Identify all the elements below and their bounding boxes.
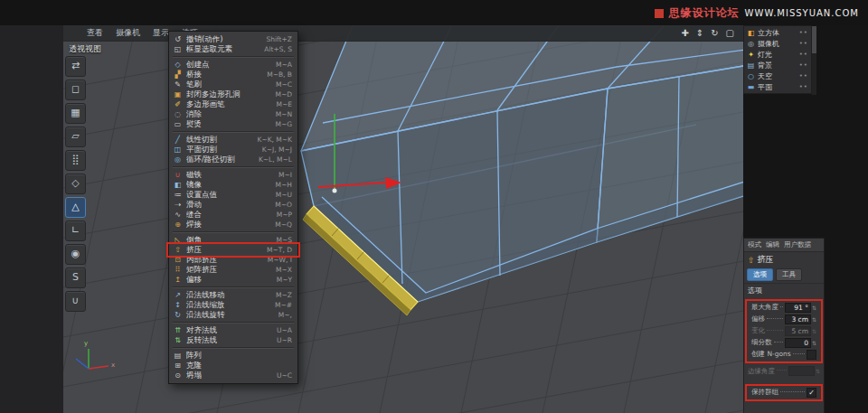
pan-view-icon[interactable]: ✚ xyxy=(681,25,688,41)
menu-item-stitch-and-sew[interactable]: ∿缝合M~P xyxy=(169,210,297,220)
attr-subtab-options[interactable]: 选项 xyxy=(747,268,773,281)
menu-item-loop-path-cut[interactable]: ◎循环/路径切割K~L, M~L xyxy=(169,155,297,164)
variance-input[interactable]: 5 cm xyxy=(785,326,811,336)
make-editable-icon[interactable]: ⇄ xyxy=(65,56,86,77)
frame-selected-icon: ◱ xyxy=(173,44,183,54)
menu-item-bridge[interactable]: ▞桥接M~B, B xyxy=(169,70,297,80)
watermark-logo-icon xyxy=(655,9,664,18)
menu-item-shortcut: M~D xyxy=(275,89,292,99)
spinner-icon[interactable]: ⇅ xyxy=(816,368,820,374)
scene-canvas[interactable]: y x xyxy=(63,25,743,413)
menu-item-brush[interactable]: ✎笔刷M~C xyxy=(169,80,297,89)
visibility-dots[interactable]: •• xyxy=(799,83,808,90)
object-row-camera[interactable]: ◎摄像机•• xyxy=(744,38,811,49)
edge-angle-input[interactable] xyxy=(788,366,815,376)
menu-item-shortcut: M~X xyxy=(276,265,292,275)
model-mode-icon[interactable]: ◻ xyxy=(65,80,86,100)
attr-tab-edit[interactable]: 编辑 xyxy=(766,240,779,249)
create-ngons-checkbox[interactable] xyxy=(807,350,816,360)
menu-item-plane-cut[interactable]: ◫平面切割K~J, M~J xyxy=(169,145,297,155)
attribute-tabs: 模式编辑用户数据 xyxy=(744,239,824,252)
visibility-dots[interactable]: •• xyxy=(799,61,808,69)
attr-tab-mode[interactable]: 模式 xyxy=(748,240,761,249)
highlight-box-preserve-groups: 保持群组✓ xyxy=(745,384,823,401)
menu-item-shortcut: U~C xyxy=(277,371,292,380)
magnet-icon[interactable]: ∪ xyxy=(65,291,86,312)
workplane-mode-icon[interactable]: ▱ xyxy=(65,127,86,147)
max-angle-input[interactable]: 91 ° xyxy=(785,303,811,313)
solo-mode-icon[interactable]: ◉ xyxy=(65,244,86,265)
menu-item-normal-scale[interactable]: ↕沿法线缩放M~# xyxy=(169,300,297,310)
plane-cut-icon: ◫ xyxy=(173,145,183,155)
edges-mode-icon[interactable]: ◇ xyxy=(65,174,86,194)
zoom-view-icon[interactable]: ⇕ xyxy=(696,25,703,41)
attr-tab-user-data[interactable]: 用户数据 xyxy=(784,240,811,249)
object-row-light[interactable]: ✦灯光•• xyxy=(744,49,811,60)
field-label: 创建 N-gons xyxy=(751,350,791,359)
rotate-view-icon[interactable]: ↻ xyxy=(711,25,718,41)
offset-input[interactable]: 3 cm xyxy=(785,314,811,324)
menu-item-shortcut: M~G xyxy=(275,119,292,129)
object-row-background[interactable]: ▤背景•• xyxy=(744,60,811,70)
object-manager-scrollbar[interactable] xyxy=(812,26,816,95)
menu-item-dissolve[interactable]: ◌消除M~N xyxy=(169,109,297,119)
field-label: 最大角度 xyxy=(751,303,778,312)
menu-item-normal-move[interactable]: ↗沿法线移动M~Z xyxy=(169,290,297,300)
watermark-site: 思缘设计论坛 xyxy=(669,5,740,21)
menu-item-frame-selected[interactable]: ◱框显选取元素Alt+S, S xyxy=(169,44,297,54)
visibility-dots[interactable]: •• xyxy=(799,72,808,80)
menu-item-set-point-value[interactable]: ≔设置点值M~U xyxy=(169,190,297,200)
menu-item-shortcut: M~Y xyxy=(277,275,292,285)
menu-item-collapse[interactable]: ⊙坍塌U~C xyxy=(169,371,297,380)
object-row-cube[interactable]: ◧立方体•• xyxy=(744,27,811,38)
left-panel-spacer xyxy=(0,25,63,413)
menu-item-smooth-shift[interactable]: ↥偏移M~Y xyxy=(169,275,297,285)
viewport-menu-view[interactable]: 查看 xyxy=(87,27,103,39)
menu-item-weld[interactable]: ⊕焊接M~Q xyxy=(169,220,297,230)
subdivision-input[interactable]: 0 xyxy=(785,338,811,348)
spinner-icon[interactable]: ⇅ xyxy=(812,305,816,311)
spinner-icon[interactable]: ⇅ xyxy=(812,340,816,346)
preserve-groups-checkbox[interactable]: ✓ xyxy=(807,388,816,398)
snap-icon[interactable]: S xyxy=(65,268,86,288)
visibility-dots[interactable]: •• xyxy=(799,29,808,36)
collapse-icon: ⊙ xyxy=(173,371,183,380)
points-mode-icon[interactable]: ⣿ xyxy=(65,150,86,171)
menu-item-label: 框显选取元素 xyxy=(186,44,259,54)
viewport-menubar: 查看摄像机显示选项 ✚⇕↻▢ xyxy=(63,25,743,42)
cinema4d-window: 思缘设计论坛 WWW.MISSYUAN.COM xyxy=(0,0,868,413)
menu-item-reverse-normals[interactable]: ⇅反转法线U~R xyxy=(169,335,297,345)
menu-item-polygon-pen[interactable]: ✐多边形画笔M~E xyxy=(169,99,297,109)
menu-item-magnet-tool[interactable]: ∪磁铁M~I xyxy=(169,170,297,180)
spinner-icon[interactable]: ⇅ xyxy=(812,316,816,323)
menu-item-slide[interactable]: ⇢滑动M~O xyxy=(169,200,297,210)
object-row-sky[interactable]: ○天空•• xyxy=(744,70,811,81)
menu-item-create-point[interactable]: ◇创建点M~A xyxy=(169,60,297,70)
attr-subtab-tool[interactable]: 工具 xyxy=(776,268,802,281)
menu-item-align-normals[interactable]: ⇈对齐法线U~A xyxy=(169,325,297,335)
polygons-mode-icon[interactable]: △ xyxy=(65,197,86,218)
menu-item-iron[interactable]: ▭熨烫M~G xyxy=(169,119,297,129)
viewport-3d[interactable]: y x 查看摄像机显示选项 ✚⇕↻▢ 透视视图 ⇄◻▦▱⣿◇△∟◉S∪ xyxy=(63,25,743,413)
menu-item-clone[interactable]: ⊞克隆 xyxy=(169,361,297,371)
spinner-icon[interactable]: ⇅ xyxy=(812,328,816,334)
menu-item-matrix-extrude[interactable]: ⠿矩阵挤压M~X xyxy=(169,265,297,275)
menu-item-line-cut[interactable]: ╱线性切割K~K, M~K xyxy=(169,135,297,145)
axis-mode-icon[interactable]: ∟ xyxy=(65,221,86,241)
viewport-menu-cameras[interactable]: 摄像机 xyxy=(116,27,140,39)
menu-item-array[interactable]: ▤阵列 xyxy=(169,351,297,361)
viewport-menu-display[interactable]: 显示 xyxy=(153,27,169,39)
visibility-dots[interactable]: •• xyxy=(799,40,808,47)
menu-item-close-polygon-hole[interactable]: ▣封闭多边形孔洞M~D xyxy=(169,89,297,99)
texture-mode-icon[interactable]: ▦ xyxy=(65,103,86,124)
menu-item-mirror[interactable]: ◧镜像M~H xyxy=(169,180,297,190)
menu-item-undo-action[interactable]: ↺撤销(动作)Shift+Z xyxy=(169,34,297,44)
visibility-dots[interactable]: •• xyxy=(799,51,808,58)
toggle-view-icon[interactable]: ▢ xyxy=(726,25,734,41)
menu-item-normal-rotate[interactable]: ↻沿法线旋转M~, xyxy=(169,310,297,320)
object-row-plane[interactable]: ▬平面•• xyxy=(744,81,811,92)
option-fields: 最大角度91 °⇅偏移3 cm⇅变化5 cm⇅细分数0⇅创建 N-gons xyxy=(748,302,820,361)
menu-item-extrude-inner[interactable]: ⊡内部挤压M~W, I xyxy=(169,255,297,265)
menu-item-bevel[interactable]: ◺倒角M~S xyxy=(169,235,297,245)
menu-item-extrude[interactable]: ⇧挤压M~T, D xyxy=(169,245,297,255)
